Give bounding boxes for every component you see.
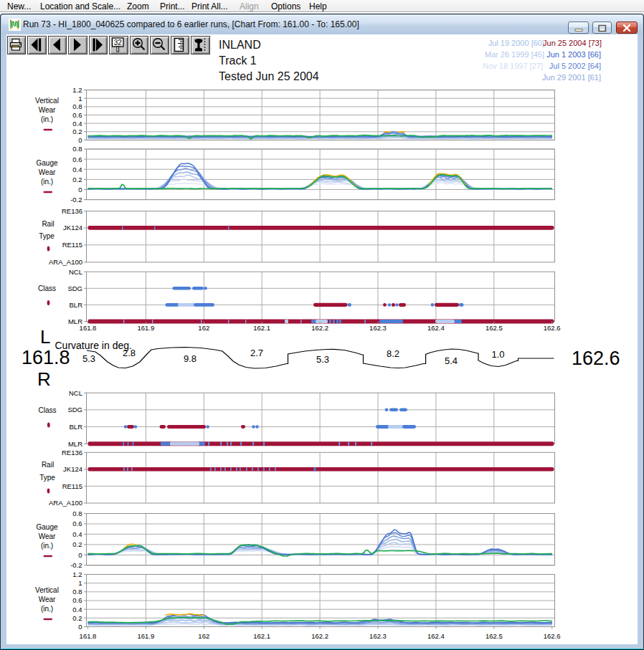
svg-text:Wear: Wear bbox=[39, 168, 56, 176]
svg-text:162.1: 162.1 bbox=[253, 324, 270, 332]
svg-text:161.9: 161.9 bbox=[138, 324, 155, 332]
svg-text:2.7: 2.7 bbox=[250, 348, 263, 358]
svg-text:0.4: 0.4 bbox=[72, 606, 82, 613]
svg-text:162.1: 162.1 bbox=[253, 632, 270, 640]
svg-text:JK124: JK124 bbox=[63, 224, 82, 231]
svg-text:(in.): (in.) bbox=[41, 542, 53, 550]
svg-text:162.6: 162.6 bbox=[544, 632, 561, 640]
svg-text:162.2: 162.2 bbox=[311, 324, 328, 332]
svg-text:-0.2: -0.2 bbox=[70, 196, 82, 204]
svg-text:1: 1 bbox=[78, 95, 82, 102]
svg-text:161.8: 161.8 bbox=[80, 632, 97, 640]
svg-text:0: 0 bbox=[78, 623, 82, 631]
svg-text:0.6: 0.6 bbox=[72, 596, 82, 604]
svg-text:0.4: 0.4 bbox=[72, 166, 82, 173]
svg-text:161.9: 161.9 bbox=[138, 632, 155, 640]
svg-text:9.8: 9.8 bbox=[184, 353, 196, 364]
svg-text:MLR: MLR bbox=[68, 440, 82, 448]
svg-text:RE136: RE136 bbox=[62, 449, 82, 457]
svg-text:(in.): (in.) bbox=[41, 605, 53, 613]
svg-text:1.2: 1.2 bbox=[72, 86, 82, 94]
svg-text:SDG: SDG bbox=[67, 285, 82, 292]
svg-text:162.5: 162.5 bbox=[486, 324, 503, 332]
svg-text:Type: Type bbox=[39, 232, 55, 240]
svg-text:Type: Type bbox=[39, 474, 55, 482]
svg-text:Class: Class bbox=[38, 406, 56, 414]
svg-text:162: 162 bbox=[198, 632, 209, 640]
svg-text:0.8: 0.8 bbox=[72, 102, 82, 110]
svg-text:162.5: 162.5 bbox=[486, 632, 503, 640]
svg-text:0: 0 bbox=[78, 186, 82, 193]
svg-text:8.2: 8.2 bbox=[387, 348, 399, 359]
svg-text:0: 0 bbox=[78, 551, 82, 559]
svg-text:NCL: NCL bbox=[69, 268, 82, 276]
svg-text:0.6: 0.6 bbox=[72, 156, 82, 163]
svg-text:162.4: 162.4 bbox=[427, 324, 445, 332]
svg-text:161.8: 161.8 bbox=[80, 324, 97, 332]
svg-text:RE115: RE115 bbox=[62, 241, 82, 249]
svg-text:ARA_A100: ARA_A100 bbox=[49, 499, 82, 507]
svg-text:0.2: 0.2 bbox=[72, 614, 82, 622]
svg-text:161.8: 161.8 bbox=[22, 347, 70, 368]
svg-text:L: L bbox=[40, 326, 50, 348]
svg-text:162.3: 162.3 bbox=[369, 632, 387, 640]
svg-text:162: 162 bbox=[198, 324, 209, 332]
svg-text:ARA_A100: ARA_A100 bbox=[49, 258, 82, 266]
svg-text:162.6: 162.6 bbox=[572, 348, 620, 369]
svg-text:Rail: Rail bbox=[42, 461, 54, 469]
svg-text:BLR: BLR bbox=[70, 423, 83, 431]
svg-text:-0.2: -0.2 bbox=[70, 561, 82, 569]
svg-text:5.3: 5.3 bbox=[316, 354, 329, 365]
svg-text:162.6: 162.6 bbox=[544, 324, 561, 332]
svg-text:0: 0 bbox=[78, 136, 82, 144]
svg-text:Wear: Wear bbox=[39, 596, 56, 603]
svg-text:Gauge: Gauge bbox=[36, 523, 57, 531]
svg-text:RE115: RE115 bbox=[62, 482, 82, 490]
svg-text:162.4: 162.4 bbox=[427, 632, 445, 640]
svg-text:JK124: JK124 bbox=[63, 465, 82, 473]
svg-text:Class: Class bbox=[38, 285, 56, 292]
svg-text:NCL: NCL bbox=[69, 389, 82, 397]
svg-text:Wear: Wear bbox=[39, 106, 56, 114]
svg-text:0.2: 0.2 bbox=[72, 128, 82, 135]
svg-text:0.8: 0.8 bbox=[72, 510, 82, 517]
svg-text:Wear: Wear bbox=[39, 532, 56, 540]
svg-text:0.6: 0.6 bbox=[72, 520, 82, 527]
svg-text:0.4: 0.4 bbox=[72, 120, 82, 128]
svg-text:RE136: RE136 bbox=[62, 207, 82, 215]
svg-text:Vertical: Vertical bbox=[35, 97, 59, 105]
svg-text:162.3: 162.3 bbox=[369, 324, 387, 332]
svg-text:SDG: SDG bbox=[67, 406, 82, 414]
svg-text:5.3: 5.3 bbox=[82, 353, 95, 364]
svg-text:0.6: 0.6 bbox=[72, 111, 82, 119]
svg-text:5.4: 5.4 bbox=[445, 355, 458, 366]
svg-text:162.2: 162.2 bbox=[311, 632, 328, 640]
svg-text:0.2: 0.2 bbox=[72, 176, 82, 183]
svg-text:0.2: 0.2 bbox=[72, 540, 82, 548]
svg-text:1: 1 bbox=[78, 579, 82, 587]
svg-text:BLR: BLR bbox=[70, 301, 83, 309]
svg-text:R: R bbox=[37, 368, 51, 390]
svg-text:0.8: 0.8 bbox=[72, 145, 82, 153]
svg-text:1.2: 1.2 bbox=[72, 570, 82, 578]
svg-text:Vertical: Vertical bbox=[35, 586, 59, 594]
svg-text:0.8: 0.8 bbox=[72, 588, 82, 596]
svg-text:(in.): (in.) bbox=[41, 178, 53, 186]
svg-text:2.8: 2.8 bbox=[123, 348, 136, 358]
svg-text:Rail: Rail bbox=[42, 220, 54, 228]
svg-text:1.0: 1.0 bbox=[491, 349, 504, 360]
svg-text:0.4: 0.4 bbox=[72, 530, 82, 538]
svg-text:(in.): (in.) bbox=[41, 115, 53, 123]
svg-text:Gauge: Gauge bbox=[36, 159, 57, 167]
